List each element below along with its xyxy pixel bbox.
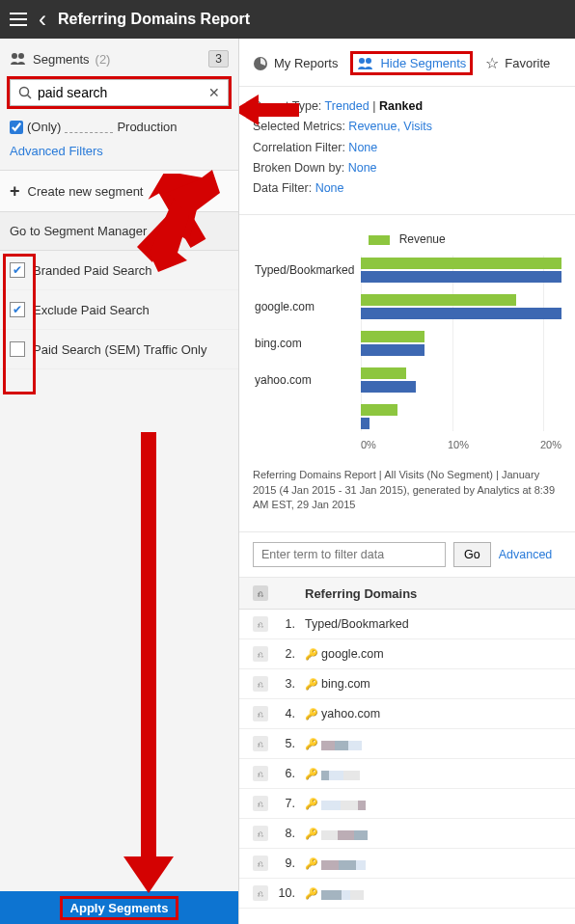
chart-bar-revenue [361,367,406,379]
table-header: ⎌ Referring Domains [239,578,575,610]
go-button[interactable]: Go [453,542,491,567]
segment-checkbox[interactable] [10,341,25,357]
meta-sep: | [372,99,375,113]
only-store-placeholder [65,122,113,133]
table-row[interactable]: ⎌2.🔑 google.com [239,639,575,669]
chart-bar-revenue [361,294,516,306]
segment-search-field[interactable] [38,85,208,100]
page-title: Referring Domains Report [58,11,250,28]
chart-caption: Referring Domains Report | All Visits (N… [239,456,575,531]
chart-x-axis: 0%10%20% [361,439,561,450]
table-row[interactable]: ⎌4.🔑 yahoo.com [239,699,575,729]
table-row[interactable]: ⎌5.🔑 [239,729,575,759]
people-icon [357,57,374,70]
segment-item[interactable]: Branded Paid Search [0,251,238,290]
report-type-trended-link[interactable]: Trended [325,99,370,113]
row-domain: 🔑 [305,856,366,870]
clear-search-icon[interactable]: ✕ [208,85,220,100]
chart-row-label: yahoo.com [253,373,361,387]
row-settings-icon[interactable]: ⎌ [253,856,268,871]
key-icon: 🔑 [305,798,321,809]
row-settings-icon[interactable]: ⎌ [253,736,268,751]
table-header-label: Referring Domains [305,586,417,601]
plus-icon: + [10,182,20,200]
svg-point-1 [18,53,24,59]
meta-label: Broken Down by: [253,161,344,175]
segment-item-label: Paid Search (SEM) Traffic Only [33,342,206,357]
apply-segments-button[interactable]: Apply Segments [0,891,238,924]
chart-bar-secondary [361,381,416,393]
table-row[interactable]: ⎌8.🔑 [239,819,575,849]
segment-item-label: Branded Paid Search [33,263,152,278]
selected-metrics-link[interactable]: Revenue, Visits [348,120,432,133]
data-filter-link[interactable]: None [315,181,344,195]
tab-favorite[interactable]: ☆ Favorite [485,54,550,72]
tab-favorite-label: Favorite [505,56,550,70]
search-icon [18,86,32,99]
tab-my-reports[interactable]: My Reports [253,56,338,71]
segment-checkbox[interactable] [10,262,25,278]
segment-item[interactable]: Exclude Paid Search [0,290,238,330]
segment-checkbox[interactable] [10,302,25,317]
go-segment-manager-link[interactable]: Go to Segment Manager [0,212,238,251]
meta-label: Report Type: [253,99,321,113]
row-settings-icon[interactable]: ⎌ [253,676,268,692]
key-icon: 🔑 [305,708,321,720]
row-settings-icon[interactable]: ⎌ [253,766,268,781]
row-settings-icon[interactable]: ⎌ [253,646,268,662]
segment-search-input[interactable]: ✕ [10,79,229,106]
report-type-ranked: Ranked [379,99,423,113]
chart-bar-secondary [361,418,370,429]
segment-item[interactable]: Paid Search (SEM) Traffic Only [0,330,238,369]
table-filter-input[interactable] [253,542,446,567]
chart-bar-secondary [361,344,424,356]
top-bar: ‹ Referring Domains Report [0,0,575,39]
row-settings-icon[interactable]: ⎌ [253,885,268,901]
chart-bar-revenue [361,404,397,416]
only-checkbox[interactable] [10,121,23,134]
chart-bar-secondary [361,271,561,283]
chart-row: Typed/Bookmarked [253,256,561,285]
svg-point-6 [366,58,371,64]
row-settings-icon[interactable]: ⎌ [253,826,268,841]
row-number: 8. [278,827,295,840]
chart-legend: Revenue [253,232,561,246]
row-settings-icon[interactable]: ⎌ [253,616,268,632]
table-row[interactable]: ⎌3.🔑 bing.com [239,669,575,699]
chart-bar-secondary [361,308,561,319]
hamburger-menu-icon[interactable] [10,13,27,26]
tab-hide-segments[interactable]: Hide Segments [353,54,470,72]
segments-label: Segments [33,52,90,67]
table-row[interactable]: ⎌10.🔑 [239,879,575,909]
table-row[interactable]: ⎌9.🔑 [239,849,575,879]
row-settings-icon[interactable]: ⎌ [253,796,268,811]
chart-row: google.com [253,292,561,321]
table-row[interactable]: ⎌7.🔑 [239,789,575,819]
broken-down-link[interactable]: None [348,161,377,175]
table-row[interactable]: ⎌6.🔑 [239,759,575,789]
table-advanced-link[interactable]: Advanced [499,548,553,561]
chart-row-label: Typed/Bookmarked [253,263,361,277]
correlation-filter-link[interactable]: None [348,141,377,154]
segment-item-label: Exclude Paid Search [33,303,150,317]
row-domain: 🔑 [305,827,368,840]
back-chevron-icon[interactable]: ‹ [39,8,46,31]
svg-line-3 [28,95,32,99]
table-row[interactable]: ⎌1.Typed/Bookmarked [239,610,575,639]
meta-label: Data Filter: [253,181,312,195]
row-domain: 🔑 yahoo.com [305,707,380,720]
meta-label: Correlation Filter: [253,141,345,154]
row-settings-icon[interactable]: ⎌ [253,706,268,721]
report-tabs: My Reports Hide Segments ☆ Favorite [239,39,575,87]
chart-row [253,402,561,431]
row-domain: 🔑 bing.com [305,677,370,691]
key-icon: 🔑 [305,648,321,660]
row-number: 10. [278,886,295,900]
axis-tick: 0% [361,439,376,450]
svg-point-2 [20,88,29,96]
column-settings-icon[interactable]: ⎌ [253,585,268,601]
redacted-domain [321,740,362,749]
advanced-filters-link[interactable]: Advanced Filters [0,138,238,170]
create-segment-button[interactable]: + Create new segment [0,170,238,212]
redacted-domain [321,859,366,869]
